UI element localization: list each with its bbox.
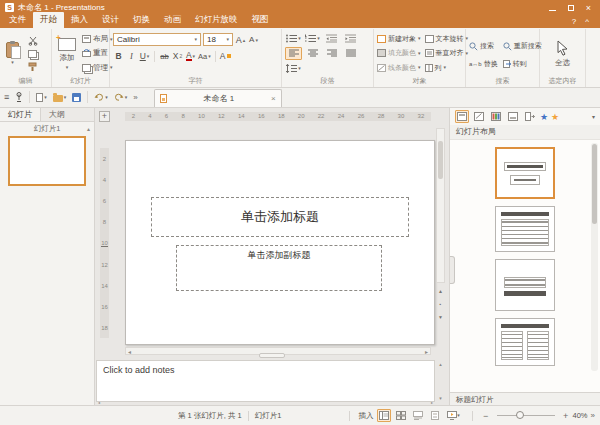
panel-tab[interactable]: 大纲 — [41, 108, 73, 121]
shrink-font-button[interactable]: A▾ — [248, 34, 259, 46]
slideshow-button[interactable]: ▾ — [445, 409, 463, 422]
vertical-ruler[interactable]: 24681012141618 — [100, 148, 109, 338]
justify-button[interactable] — [342, 47, 359, 60]
maximize-button[interactable] — [568, 3, 574, 13]
layout-option-section[interactable] — [495, 259, 555, 311]
layout-option-title-content[interactable] — [495, 206, 555, 252]
manage-button[interactable]: 管理 ▾ — [82, 61, 113, 74]
reset-button[interactable]: 重置 — [82, 47, 113, 60]
scroll-right-arrow[interactable]: ▸ — [425, 348, 428, 355]
scrollbar-thumb[interactable] — [592, 144, 597, 224]
scroll-left-arrow[interactable]: ◂ — [98, 400, 100, 405]
minimize-button[interactable] — [549, 3, 556, 13]
collapse-ribbon-button[interactable]: ^ — [585, 17, 589, 26]
menu-tab[interactable]: 视图 — [245, 12, 276, 28]
bullets-button[interactable]: ▾ — [285, 32, 302, 45]
slide-layout-tab[interactable] — [455, 110, 469, 123]
fill-color-button[interactable]: 填充颜色 ▾ — [377, 48, 421, 59]
goto-button[interactable]: 转到 — [503, 59, 542, 70]
browse-object-button[interactable]: ▪ — [440, 301, 442, 307]
strikethrough-button[interactable]: ab — [159, 50, 170, 62]
help-button[interactable]: ? — [572, 17, 576, 26]
more-commands-button[interactable]: » — [133, 93, 137, 102]
scroll-right-arrow[interactable]: ▸ — [431, 400, 433, 405]
zoom-slider-knob[interactable] — [516, 411, 524, 419]
align-right-button[interactable] — [323, 47, 340, 60]
close-tab-icon[interactable]: × — [271, 94, 276, 103]
menu-button[interactable]: ≡ — [4, 92, 9, 102]
design-tab[interactable] — [472, 110, 486, 123]
close-button[interactable]: × — [586, 3, 591, 13]
decrease-indent-button[interactable] — [323, 32, 340, 45]
panel-tab[interactable]: 幻灯片 — [0, 108, 41, 121]
notes-splitter-handle[interactable] — [259, 353, 285, 358]
vertical-scrollbar[interactable] — [436, 128, 445, 283]
change-case-button[interactable]: Aa▾ — [198, 50, 211, 62]
smart-features-star-icon[interactable]: ★ — [540, 112, 548, 122]
align-left-button[interactable] — [285, 47, 302, 60]
menu-tab[interactable]: 动画 — [157, 12, 188, 28]
slide-sorter-view-button[interactable] — [394, 409, 408, 422]
reading-view-button[interactable] — [411, 409, 425, 422]
paste-button[interactable]: ▾ — [3, 32, 22, 75]
notes-pane[interactable]: Click to add notes — [96, 360, 435, 402]
format-painter-button[interactable] — [26, 61, 39, 73]
new-document-button[interactable]: ▾ — [36, 93, 47, 102]
panel-collapse-handle[interactable] — [450, 256, 455, 284]
font-color-button[interactable]: A▾ — [185, 50, 196, 62]
panel-scrollbar[interactable] — [591, 143, 598, 371]
layout-option-title-slide[interactable] — [495, 147, 555, 199]
previous-slide-button[interactable]: ▲ — [438, 288, 443, 294]
cut-button[interactable] — [26, 35, 39, 47]
layout-option-two-content[interactable] — [495, 318, 555, 366]
scroll-left-arrow[interactable]: ◂ — [128, 348, 131, 355]
copy-button[interactable] — [26, 48, 39, 60]
increase-indent-button[interactable] — [342, 32, 359, 45]
chevron-down-icon[interactable]: ▾ — [592, 113, 595, 120]
favorites-star-icon[interactable]: ★ — [551, 112, 559, 122]
zoom-out-button[interactable]: − — [482, 411, 490, 421]
text-effect-button[interactable]: A — [220, 50, 232, 62]
add-slide-button[interactable]: 添加 ▾ — [55, 32, 79, 75]
zoom-level[interactable]: 40% — [573, 411, 588, 420]
redo-button[interactable]: ▾ — [114, 93, 128, 101]
next-slide-button[interactable]: ▼ — [438, 314, 443, 320]
select-all-button[interactable]: 全选 — [552, 38, 573, 70]
menu-tab[interactable]: 切换 — [126, 12, 157, 28]
italic-button[interactable]: I — [126, 50, 137, 62]
menu-tab[interactable]: 开始 — [33, 12, 64, 28]
statusbar-more-button[interactable]: » — [591, 411, 595, 420]
zoom-slider[interactable] — [497, 415, 555, 416]
superscript-button[interactable]: X2 — [172, 50, 183, 62]
underline-button[interactable]: U▾ — [139, 50, 150, 62]
document-tab[interactable]: 未命名 1 × — [154, 89, 282, 107]
vertical-align-button[interactable]: 垂直对齐 ▾ — [425, 48, 469, 59]
slide-group-header[interactable]: 幻灯片1 ▴ — [0, 122, 94, 135]
replace-button[interactable]: a↔b 替换 — [469, 59, 498, 70]
save-button[interactable] — [72, 93, 81, 102]
layout-button[interactable]: 布局 ▾ — [82, 33, 113, 46]
new-object-button[interactable]: 新建对象 ▾ — [377, 33, 421, 44]
notes-page-view-button[interactable] — [428, 409, 442, 422]
columns-button[interactable]: 列 ▾ — [425, 62, 469, 73]
slide-thumbnail-1[interactable] — [8, 136, 86, 186]
line-spacing-button[interactable]: ▾ — [285, 62, 302, 75]
horizontal-ruler[interactable]: 2468101214161820222426283032 — [125, 112, 431, 121]
numbering-button[interactable]: ▾ — [304, 32, 321, 45]
search-button[interactable]: 搜索 — [469, 41, 498, 52]
scrollbar-thumb[interactable] — [438, 141, 443, 179]
menu-tab[interactable]: 幻灯片放映 — [188, 12, 245, 28]
slide-canvas[interactable]: 单击添加标题 单击添加副标题 — [125, 140, 435, 345]
zoom-in-button[interactable]: + — [562, 411, 570, 421]
notes-scrollbar[interactable]: ▴▾ — [436, 361, 445, 401]
text-rotate-button[interactable]: 文本旋转 ▾ — [425, 33, 469, 44]
title-placeholder[interactable]: 单击添加标题 — [151, 197, 409, 237]
align-center-button[interactable] — [304, 47, 321, 60]
animation-tab[interactable] — [506, 110, 520, 123]
insert-mode-indicator[interactable]: 插入 — [359, 411, 374, 421]
research-button[interactable]: 重新搜索 — [503, 41, 542, 52]
notes-h-scrollbar[interactable]: ◂▸ — [96, 400, 435, 405]
menu-tab[interactable]: 文件 — [2, 12, 33, 28]
grow-font-button[interactable]: A▴ — [235, 34, 246, 46]
transition-tab[interactable] — [523, 110, 537, 123]
